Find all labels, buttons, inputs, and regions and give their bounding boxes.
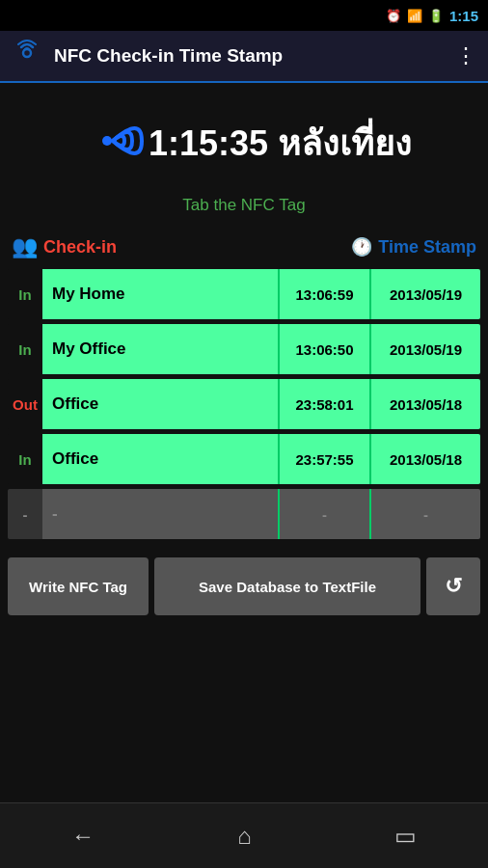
checkin-label: Check-in — [43, 237, 117, 258]
nfc-wave-graphic — [76, 102, 149, 183]
battery-icon: 🔋 — [428, 9, 444, 23]
row-time: 23:58:01 — [278, 379, 369, 429]
table-row: Out Office 23:58:01 2013/05/18 — [8, 379, 480, 429]
row-badge: - — [8, 489, 42, 539]
home-button[interactable]: ⌂ — [237, 823, 252, 850]
app-bar: NFC Check-in Time Stamp ⋮ — [0, 31, 488, 83]
nfc-app-icon — [12, 38, 42, 75]
table-row: In My Home 13:06:59 2013/05/19 — [8, 269, 480, 319]
row-location: - — [42, 489, 278, 539]
recents-button[interactable]: ▭ — [394, 823, 417, 850]
row-date: - — [369, 489, 480, 539]
row-badge: Out — [8, 379, 42, 429]
row-location: Office — [42, 379, 278, 429]
checkin-header: 👥 Check-in — [12, 234, 351, 259]
main-content: 1:15:35 หลังเที่ยง Tab the NFC Tag 👥 Che… — [0, 83, 488, 802]
row-badge: In — [8, 324, 42, 374]
row-time: - — [278, 489, 369, 539]
clock-section: 1:15:35 หลังเที่ยง — [0, 93, 488, 188]
person-icon: 👥 — [12, 234, 38, 259]
write-nfc-button[interactable]: Write NFC Tag — [8, 557, 149, 615]
timestamp-label: Time Stamp — [378, 237, 476, 258]
clock-display: 1:15:35 หลังเที่ยง — [149, 116, 412, 171]
menu-icon[interactable]: ⋮ — [455, 43, 476, 68]
row-location: My Home — [42, 269, 278, 319]
row-date: 2013/05/19 — [369, 324, 480, 374]
back-button[interactable]: ← — [71, 823, 95, 850]
save-database-button[interactable]: Save Database to TextFile — [154, 557, 420, 615]
row-time: 13:06:59 — [278, 269, 369, 319]
table-row: In Office 23:57:55 2013/05/18 — [8, 434, 480, 484]
refresh-button[interactable]: ↺ — [426, 557, 480, 615]
timestamp-header: 🕐 Time Stamp — [351, 236, 476, 258]
nfc-prompt: Tab the NFC Tag — [182, 196, 305, 215]
alarm-icon: ⏰ — [386, 9, 401, 23]
row-time: 23:57:55 — [278, 434, 369, 484]
row-location: Office — [42, 434, 278, 484]
status-time: 1:15 — [449, 8, 478, 24]
row-date: 2013/05/19 — [369, 269, 480, 319]
nav-bar: ← ⌂ ▭ — [0, 802, 488, 868]
table-row: In My Office 13:06:50 2013/05/19 — [8, 324, 480, 374]
signal-icon: 📶 — [407, 9, 422, 23]
table-header: 👥 Check-in 🕐 Time Stamp — [8, 229, 480, 265]
rows-container: In My Home 13:06:59 2013/05/19 In My Off… — [8, 269, 480, 539]
status-bar: ⏰ 📶 🔋 1:15 — [0, 0, 488, 31]
table-row: - - - - — [8, 489, 480, 539]
row-location: My Office — [42, 324, 278, 374]
row-date: 2013/05/18 — [369, 434, 480, 484]
bottom-buttons: Write NFC Tag Save Database to TextFile … — [0, 550, 488, 623]
row-badge: In — [8, 434, 42, 484]
row-time: 13:06:50 — [278, 324, 369, 374]
app-title: NFC Check-in Time Stamp — [54, 45, 455, 67]
row-badge: In — [8, 269, 42, 319]
row-date: 2013/05/18 — [369, 379, 480, 429]
svg-point-1 — [102, 136, 112, 146]
clock-icon: 🕐 — [351, 236, 372, 258]
table-section: 👥 Check-in 🕐 Time Stamp In My Home 13:06… — [0, 229, 488, 544]
